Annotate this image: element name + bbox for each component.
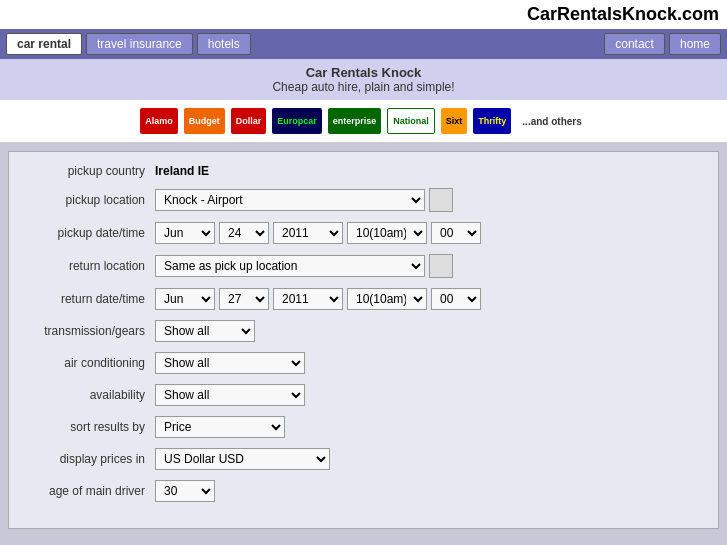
availability-row: availability Show allAvailable only xyxy=(25,384,702,406)
return-day-select[interactable]: 2712 xyxy=(219,288,269,310)
site-subtitle: Cheap auto hire, plain and simple! xyxy=(0,80,727,94)
pickup-country-label: pickup country xyxy=(25,164,155,178)
pickup-location-label: pickup location xyxy=(25,193,155,207)
site-title: Car Rentals Knock xyxy=(0,65,727,80)
return-year-select[interactable]: 201120122013 xyxy=(273,288,343,310)
pickup-year-select[interactable]: 201120122013 xyxy=(273,222,343,244)
availability-label: availability xyxy=(25,388,155,402)
partner-national: National xyxy=(387,108,435,134)
sort-group: PriceNameRating xyxy=(155,416,285,438)
display-prices-label: display prices in xyxy=(25,452,155,466)
air-conditioning-group: Show allWith ACWithout AC xyxy=(155,352,305,374)
age-label: age of main driver xyxy=(25,484,155,498)
search-form: pickup country Ireland IE pickup locatio… xyxy=(8,151,719,529)
availability-group: Show allAvailable only xyxy=(155,384,305,406)
partner-bar: Alamo Budget Dollar Europcar enterprise … xyxy=(0,100,727,143)
pickup-month-select[interactable]: JunJanFebMar AprMayJulAug SepOctNovDec xyxy=(155,222,215,244)
pickup-location-row: pickup location Knock - Airport xyxy=(25,188,702,212)
display-prices-group: US Dollar USDEuro EURGBP Pound xyxy=(155,448,330,470)
air-conditioning-label: air conditioning xyxy=(25,356,155,370)
return-location-flag-btn[interactable] xyxy=(429,254,453,278)
partner-alamo: Alamo xyxy=(140,108,178,134)
nav-car-rental[interactable]: car rental xyxy=(6,33,82,55)
partner-dollar: Dollar xyxy=(231,108,267,134)
pickup-country-value: Ireland IE xyxy=(155,164,209,178)
pickup-location-flag-btn[interactable] xyxy=(429,188,453,212)
return-min-select[interactable]: 00153045 xyxy=(431,288,481,310)
nav-contact[interactable]: contact xyxy=(604,33,665,55)
transmission-group: Show allAutomaticManual xyxy=(155,320,255,342)
display-prices-row: display prices in US Dollar USDEuro EURG… xyxy=(25,448,702,470)
age-row: age of main driver 30252627 28293540 455… xyxy=(25,480,702,502)
sort-select[interactable]: PriceNameRating xyxy=(155,416,285,438)
pickup-country-row: pickup country Ireland IE xyxy=(25,164,702,178)
air-conditioning-select[interactable]: Show allWith ACWithout AC xyxy=(155,352,305,374)
return-location-group: Same as pick up location xyxy=(155,254,453,278)
transmission-label: transmission/gears xyxy=(25,324,155,338)
return-hour-select[interactable]: 10(10am):11(11am): xyxy=(347,288,427,310)
partner-thrifty: Thrifty xyxy=(473,108,511,134)
nav-bar: car rental travel insurance hotels conta… xyxy=(0,29,727,59)
return-month-select[interactable]: JunJanFeb xyxy=(155,288,215,310)
partner-others: ...and others xyxy=(517,108,586,134)
pickup-day-select[interactable]: 24123 25262728 xyxy=(219,222,269,244)
return-datetime-row: return date/time JunJanFeb 2712 20112012… xyxy=(25,288,702,310)
nav-travel-insurance[interactable]: travel insurance xyxy=(86,33,193,55)
sort-label: sort results by xyxy=(25,420,155,434)
air-conditioning-row: air conditioning Show allWith ACWithout … xyxy=(25,352,702,374)
availability-select[interactable]: Show allAvailable only xyxy=(155,384,305,406)
age-select[interactable]: 30252627 28293540 45506570 xyxy=(155,480,215,502)
pickup-datetime-label: pickup date/time xyxy=(25,226,155,240)
nav-hotels[interactable]: hotels xyxy=(197,33,251,55)
nav-home[interactable]: home xyxy=(669,33,721,55)
transmission-row: transmission/gears Show allAutomaticManu… xyxy=(25,320,702,342)
return-location-row: return location Same as pick up location xyxy=(25,254,702,278)
pickup-min-select[interactable]: 00153045 xyxy=(431,222,481,244)
return-datetime-label: return date/time xyxy=(25,292,155,306)
site-brand: CarRentalsKnock.com xyxy=(0,0,727,29)
partner-europcar: Europcar xyxy=(272,108,322,134)
pickup-location-group: Knock - Airport xyxy=(155,188,453,212)
nav-left: car rental travel insurance hotels xyxy=(6,33,251,55)
currency-select[interactable]: US Dollar USDEuro EURGBP Pound xyxy=(155,448,330,470)
return-location-label: return location xyxy=(25,259,155,273)
return-datetime-group: JunJanFeb 2712 201120122013 10(10am):11(… xyxy=(155,288,481,310)
partner-budget: Budget xyxy=(184,108,225,134)
pickup-datetime-row: pickup date/time JunJanFebMar AprMayJulA… xyxy=(25,222,702,244)
pickup-country-value-group: Ireland IE xyxy=(155,164,209,178)
pickup-hour-select[interactable]: 10(10am):11(11am):12(12pm): xyxy=(347,222,427,244)
transmission-select[interactable]: Show allAutomaticManual xyxy=(155,320,255,342)
nav-right: contact home xyxy=(604,33,721,55)
return-location-select[interactable]: Same as pick up location xyxy=(155,255,425,277)
site-header: Car Rentals Knock Cheap auto hire, plain… xyxy=(0,59,727,100)
pickup-location-select[interactable]: Knock - Airport xyxy=(155,189,425,211)
age-group: 30252627 28293540 45506570 xyxy=(155,480,215,502)
pickup-datetime-group: JunJanFebMar AprMayJulAug SepOctNovDec 2… xyxy=(155,222,481,244)
sort-row: sort results by PriceNameRating xyxy=(25,416,702,438)
partner-sixt: Sixt xyxy=(441,108,468,134)
partner-enterprise: enterprise xyxy=(328,108,382,134)
